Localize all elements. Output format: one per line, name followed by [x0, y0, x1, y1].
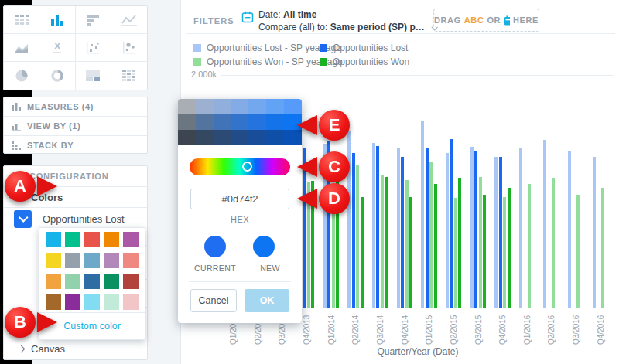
hue-slider-marker[interactable] — [242, 162, 252, 172]
palette-swatch-8[interactable] — [104, 253, 119, 268]
viz-type-donut-chart[interactable] — [39, 62, 75, 90]
viz-type-line-chart[interactable] — [111, 6, 147, 34]
bar-Q3-2016-s0[interactable] — [568, 151, 571, 308]
bar-Q1-2015-s3[interactable] — [434, 184, 437, 308]
bar-Q3-2015-s3[interactable] — [483, 195, 486, 308]
bar-Q1-2016-s0[interactable] — [519, 148, 522, 308]
shade-cell-0-4[interactable] — [248, 99, 266, 114]
bar-Q2-2014-s3[interactable] — [361, 197, 364, 308]
bar-Q3-2014-s1[interactable] — [376, 146, 379, 308]
bar-Q3-2014-s3[interactable] — [385, 177, 388, 308]
bar-Q3-2014-s0[interactable] — [372, 143, 375, 308]
bar-Q2-2015-s3[interactable] — [458, 178, 461, 308]
palette-swatch-3[interactable] — [104, 232, 119, 247]
bar-Q3-2014-s2[interactable] — [381, 175, 384, 308]
viz-type-pie-chart[interactable] — [4, 62, 39, 90]
palette-swatch-6[interactable] — [65, 253, 80, 268]
bucket-measures[interactable]: MEASURES (4) — [4, 97, 147, 117]
palette-swatch-12[interactable] — [84, 274, 100, 289]
viz-type-heatmap[interactable] — [111, 62, 147, 90]
bucket-view-by[interactable]: VIEW BY (1) — [4, 117, 147, 136]
bar-Q2-2015-s0[interactable] — [446, 153, 449, 308]
shade-cell-1-1[interactable] — [196, 114, 214, 130]
shade-cell-2-0[interactable] — [178, 130, 196, 145]
shade-cell-2-3[interactable] — [231, 130, 249, 145]
bar-Q4-2016-s2[interactable] — [601, 188, 604, 308]
attribute-filter-drop-zone[interactable]: DRAG ABC OR HERE — [433, 9, 539, 32]
bar-Q2-2015-s2[interactable] — [454, 198, 457, 308]
bar-Q4-2016-s0[interactable] — [593, 157, 596, 308]
bar-Q3-2015-s1[interactable] — [474, 151, 477, 308]
palette-swatch-18[interactable] — [104, 294, 119, 310]
bar-Q3-2015-s0[interactable] — [470, 147, 474, 308]
shade-cell-2-1[interactable] — [196, 130, 214, 145]
viz-type-treemap[interactable] — [76, 62, 111, 90]
viz-type-bar-chart[interactable] — [76, 6, 111, 34]
legend-item-0[interactable]: Opportunities Lost - SP year ago — [193, 41, 320, 55]
palette-swatch-5[interactable] — [46, 253, 61, 268]
measure-color-chip[interactable] — [14, 210, 32, 228]
viz-type-area-chart[interactable] — [4, 34, 39, 62]
bar-Q2-2016-s0[interactable] — [543, 140, 546, 308]
bar-Q3-2015-s2[interactable] — [479, 177, 482, 308]
palette-swatch-10[interactable] — [46, 274, 61, 289]
hex-input[interactable] — [190, 189, 289, 209]
measure-color-selector[interactable]: Opportunities Lost — [4, 208, 147, 230]
bar-Q4-2014-s2[interactable] — [405, 180, 409, 308]
shade-cell-0-3[interactable] — [231, 99, 249, 114]
bar-Q4-2015-s3[interactable] — [508, 188, 511, 308]
ok-button[interactable]: OK — [245, 289, 289, 312]
palette-swatch-17[interactable] — [84, 294, 100, 310]
bar-Q1-2016-s2[interactable] — [528, 184, 531, 308]
shade-cell-2-2[interactable] — [214, 130, 231, 145]
palette-swatch-9[interactable] — [123, 253, 139, 268]
palette-swatch-0[interactable] — [46, 232, 61, 247]
legend-item-3[interactable]: Opportunities Won — [320, 55, 446, 69]
bar-Q2-2015-s1[interactable] — [450, 139, 453, 308]
bar-Q4-2014-s0[interactable] — [397, 148, 400, 308]
shade-cell-1-4[interactable] — [248, 114, 266, 130]
shade-cell-2-5[interactable] — [266, 130, 284, 145]
palette-swatch-14[interactable] — [123, 274, 139, 289]
legend-item-2[interactable]: Opportunities Won - SP year ago — [193, 55, 320, 69]
shade-cell-0-1[interactable] — [196, 99, 214, 114]
viz-type-bubble-chart[interactable] — [111, 34, 147, 62]
palette-swatch-11[interactable] — [65, 274, 80, 289]
palette-swatch-2[interactable] — [84, 232, 100, 247]
bar-Q2-2014-s2[interactable] — [356, 165, 359, 308]
shade-cell-1-0[interactable] — [178, 114, 196, 130]
palette-swatch-1[interactable] — [65, 232, 80, 247]
legend-item-1[interactable]: Opportunities Lost — [320, 41, 446, 55]
shade-cell-0-0[interactable] — [178, 99, 196, 114]
palette-swatch-4[interactable] — [123, 232, 139, 247]
bar-Q2-2014-s1[interactable] — [352, 153, 355, 308]
viz-type-scatter-plot[interactable] — [76, 34, 111, 62]
viz-type-headline[interactable]: X — [39, 34, 75, 62]
shade-cell-1-5[interactable] — [266, 114, 284, 130]
date-filter[interactable]: Date: All time Compare (all) to: Same pe… — [258, 9, 436, 33]
bar-Q1-2015-s0[interactable] — [421, 121, 424, 308]
viz-type-column-chart-selected[interactable] — [39, 6, 75, 34]
shade-cell-1-3[interactable] — [231, 114, 249, 130]
shade-cell-2-4[interactable] — [248, 130, 266, 145]
palette-swatch-7[interactable] — [84, 253, 100, 268]
hue-slider[interactable] — [190, 158, 290, 175]
palette-swatch-16[interactable] — [65, 294, 80, 310]
shade-cell-1-2[interactable] — [214, 114, 231, 130]
bar-Q4-2015-s1[interactable] — [499, 157, 502, 308]
bar-Q4-2015-s2[interactable] — [503, 197, 506, 308]
palette-swatch-19[interactable] — [123, 294, 139, 310]
bar-Q4-2014-s3[interactable] — [409, 197, 412, 308]
bar-Q4-2014-s1[interactable] — [401, 157, 404, 308]
bar-Q4-2015-s0[interactable] — [494, 157, 498, 308]
bar-Q1-2015-s1[interactable] — [426, 148, 429, 308]
cancel-button[interactable]: Cancel — [190, 289, 237, 312]
bar-Q2-2016-s2[interactable] — [552, 178, 555, 308]
bucket-stack-by[interactable]: STACK BY — [4, 136, 147, 155]
viz-type-table[interactable] — [4, 6, 39, 34]
canvas-section-toggle[interactable]: Canvas — [4, 338, 147, 359]
shade-cell-0-2[interactable] — [214, 99, 231, 114]
bar-Q1-2015-s2[interactable] — [429, 162, 433, 308]
palette-swatch-13[interactable] — [104, 274, 119, 289]
shade-cell-0-5[interactable] — [266, 99, 284, 114]
